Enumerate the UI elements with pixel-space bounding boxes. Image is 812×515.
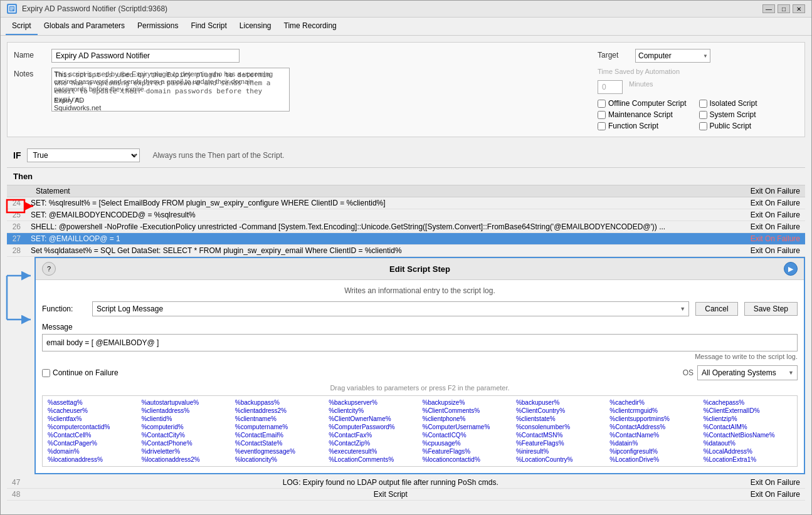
variable-item[interactable]: %cpuusage% — [420, 439, 514, 447]
continue-failure-label: Continue on Failure — [53, 368, 119, 377]
variable-item[interactable]: %assettag% — [45, 398, 139, 407]
bottom-row-47[interactable]: 47 LOG: Expiry found no LDAP output file… — [7, 477, 805, 489]
table-row[interactable]: 28 Set %sqldataset% = SQL Get DataSet: S… — [7, 245, 805, 257]
variable-item[interactable]: %cachedir% — [607, 398, 700, 407]
table-row[interactable]: 25 SET: @EMAILBODYENCODED@ = %sqlresult%… — [7, 209, 805, 221]
variable-item[interactable]: %cacheuser% — [45, 407, 139, 415]
variable-item[interactable]: %ContactMSN% — [514, 431, 607, 439]
variable-item[interactable]: %ContactState% — [233, 439, 326, 447]
variable-item[interactable]: %iniresult% — [514, 447, 607, 455]
variable-item[interactable]: %locationaddress2% — [139, 455, 232, 464]
menu-permissions[interactable]: Permissions — [131, 18, 184, 35]
variable-item[interactable]: %LocationExtra1% — [701, 455, 794, 464]
variable-item[interactable]: %LocationCountry% — [514, 455, 607, 464]
variable-item[interactable]: %clientname% — [233, 415, 326, 423]
variable-item[interactable]: %locationcontactid% — [420, 455, 514, 464]
variable-item[interactable]: %autostartupvalue% — [139, 398, 232, 407]
table-row[interactable]: 24 SET: %sqlresult% = [Select EmailBody … — [7, 197, 805, 209]
variable-item[interactable]: %clientcrmguid% — [607, 407, 700, 415]
variable-item[interactable]: %clientphone% — [420, 415, 514, 423]
continue-failure-checkbox[interactable] — [42, 369, 50, 377]
variable-item[interactable]: %ContactICQ% — [420, 431, 514, 439]
variable-item[interactable]: %computername% — [233, 423, 326, 431]
variable-item[interactable]: %backupuser% — [514, 398, 607, 407]
variable-item[interactable]: %LocationComments% — [326, 455, 419, 464]
name-input[interactable] — [51, 49, 240, 63]
menu-find-script[interactable]: Find Script — [184, 18, 233, 35]
minimize-button[interactable]: — — [762, 4, 775, 13]
variable-item[interactable]: %ContactZip% — [326, 439, 419, 447]
variable-item[interactable]: %ContactName% — [607, 431, 700, 439]
variable-item[interactable]: %clientsupportmins% — [607, 415, 700, 423]
message-input[interactable] — [42, 334, 798, 351]
target-select[interactable]: Computer — [635, 49, 710, 63]
os-select[interactable]: All Operating Systems — [697, 365, 798, 380]
variable-item[interactable]: %dataout% — [701, 439, 794, 447]
menu-time-recording[interactable]: Time Recording — [278, 18, 343, 35]
variable-item[interactable]: %clientaddress% — [139, 407, 232, 415]
variable-item[interactable]: %locationcity% — [233, 455, 326, 464]
if-select[interactable]: True — [27, 148, 140, 162]
variable-item[interactable]: %clientid% — [139, 415, 232, 423]
variable-item[interactable]: %backupserver% — [326, 398, 419, 407]
variable-item[interactable]: %ClientComments% — [420, 407, 514, 415]
menu-licensing[interactable]: Licensing — [233, 18, 278, 35]
variable-item[interactable]: %clientcity% — [326, 407, 419, 415]
variable-item[interactable]: %ContactAddress% — [607, 423, 700, 431]
variable-item[interactable]: %computercontactid% — [45, 423, 139, 431]
function-select[interactable]: Script Log Message — [92, 301, 689, 316]
variable-item[interactable]: %computerid% — [139, 423, 232, 431]
save-step-button[interactable]: Save Step — [744, 302, 798, 316]
table-row[interactable]: 26 SHELL: @powershell -NoProfile -Execut… — [7, 221, 805, 233]
cancel-button[interactable]: Cancel — [695, 302, 737, 316]
time-input[interactable] — [598, 80, 623, 94]
variable-item[interactable]: %locationaddress% — [45, 455, 139, 464]
variable-item[interactable]: %ClientOwnerName% — [326, 415, 419, 423]
variable-item[interactable]: %FeatureFlags% — [420, 447, 514, 455]
variable-item[interactable]: %ContactCity% — [139, 431, 232, 439]
variable-item[interactable]: %ContactPhone% — [139, 439, 232, 447]
bottom-row-48[interactable]: 48 Exit Script Exit On Failure — [7, 489, 805, 501]
variable-item[interactable]: %ContactCell% — [45, 431, 139, 439]
variable-item[interactable]: %LocationDrive% — [607, 455, 700, 464]
variable-item[interactable]: %backuppass% — [233, 398, 326, 407]
variable-item[interactable]: %ContactFax% — [326, 431, 419, 439]
variable-item[interactable]: %eventlogmessage% — [233, 447, 326, 455]
edit-step-icon-left[interactable]: ? — [42, 262, 56, 276]
variable-item[interactable]: %ComputerPassword% — [326, 423, 419, 431]
public-script-checkbox[interactable] — [699, 122, 707, 130]
variable-item[interactable]: %ClientExternalID% — [701, 407, 794, 415]
variable-item[interactable]: %driveletter% — [139, 447, 232, 455]
variable-item[interactable]: %clientfax% — [45, 415, 139, 423]
system-script-checkbox[interactable] — [699, 111, 707, 119]
maintenance-checkbox[interactable] — [598, 111, 606, 119]
close-button[interactable]: ✕ — [793, 4, 805, 13]
variable-item[interactable]: %ipconfigresult% — [607, 447, 700, 455]
variable-item[interactable]: %backupsize% — [420, 398, 514, 407]
variable-item[interactable]: %domain% — [45, 447, 139, 455]
variable-item[interactable]: %clientzip% — [701, 415, 794, 423]
table-row[interactable]: 27 SET: @EMAILLOOP@ = 1 Exit On Failure — [7, 233, 805, 245]
variable-item[interactable]: %cachepass% — [701, 398, 794, 407]
variable-item[interactable]: %clientstate% — [514, 415, 607, 423]
function-script-checkbox[interactable] — [598, 122, 606, 130]
isolated-checkbox[interactable] — [699, 100, 707, 108]
variable-item[interactable]: %consolenumber% — [514, 423, 607, 431]
variable-item[interactable]: %ContactNetBiosName% — [701, 431, 794, 439]
variable-item[interactable]: %executeresult% — [326, 447, 419, 455]
variable-item[interactable]: %LocalAddress% — [701, 447, 794, 455]
variable-item[interactable]: %FeatureFlags% — [514, 439, 607, 447]
variable-item[interactable]: %datain% — [607, 439, 700, 447]
edit-step-icon-right[interactable]: ▶ — [784, 262, 798, 276]
maximize-button[interactable]: □ — [778, 4, 790, 13]
notes-textarea[interactable] — [51, 68, 290, 112]
offline-computer-checkbox[interactable] — [598, 100, 606, 108]
variable-item[interactable]: %ComputerUsername% — [420, 423, 514, 431]
variable-item[interactable]: %ClientCountry% — [514, 407, 607, 415]
variable-item[interactable]: %ContactPager% — [45, 439, 139, 447]
variable-item[interactable]: %ContactAIM% — [701, 423, 794, 431]
menu-globals[interactable]: Globals and Parameters — [38, 18, 131, 35]
variable-item[interactable]: %ContactEmail% — [233, 431, 326, 439]
menu-script[interactable]: Script — [6, 18, 38, 35]
variable-item[interactable]: %clientaddress2% — [233, 407, 326, 415]
